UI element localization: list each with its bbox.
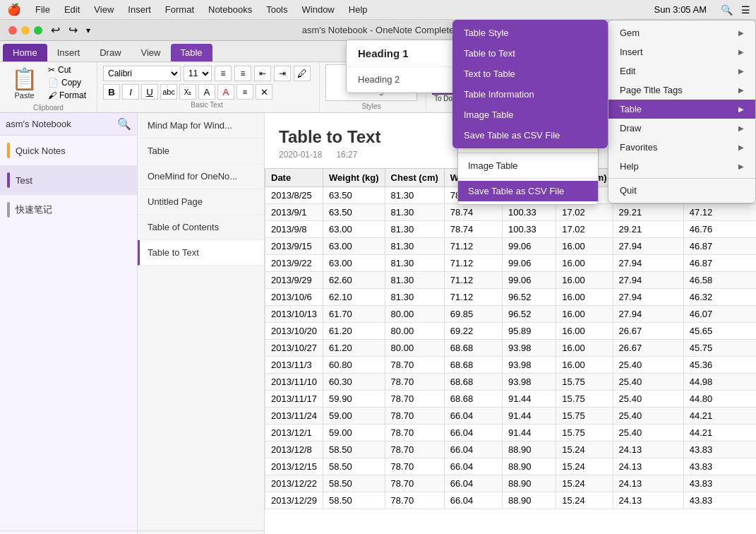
italic-button[interactable]: I: [122, 84, 139, 100]
menu-insert[interactable]: Insert: [121, 4, 158, 15]
paste-button[interactable]: 📋 Paste: [8, 64, 40, 102]
tab-draw[interactable]: Draw: [90, 44, 131, 61]
menu-table-item[interactable]: Table ▶: [608, 100, 755, 119]
font-color[interactable]: A: [217, 84, 234, 100]
table-cell: 68.68: [444, 357, 502, 374]
sidebar-search-icon[interactable]: 🔍: [117, 117, 131, 131]
tab-view[interactable]: View: [131, 44, 171, 61]
clear-format[interactable]: ✕: [256, 84, 272, 100]
align-text[interactable]: ≡: [236, 84, 253, 100]
section-quicknotes-zh[interactable]: 快速笔记: [0, 195, 137, 225]
tab-table[interactable]: Table: [171, 44, 212, 61]
table-arrow: ▶: [738, 105, 744, 113]
table-container[interactable]: DateWeight (kg)Chest (cm)Waist (cm)Hips …: [265, 168, 756, 534]
indent-right-button[interactable]: ⇥: [274, 66, 291, 81]
menu-gem[interactable]: Gem ▶: [608, 23, 755, 42]
save-csv-option[interactable]: Save Table as CSV File: [458, 181, 598, 201]
menu-help[interactable]: Help ▶: [608, 157, 755, 176]
menu-insert[interactable]: Insert ▶: [608, 42, 755, 61]
menu-file[interactable]: File: [28, 4, 57, 15]
menu-icon[interactable]: ☰: [741, 4, 750, 16]
image-table-option[interactable]: Image Table: [458, 155, 598, 176]
table-cell: 45.75: [683, 340, 756, 357]
table-cell: 43.83: [683, 441, 756, 458]
submenu-table-style[interactable]: Table Style: [452, 23, 608, 43]
format-button[interactable]: 🖌Format: [46, 90, 88, 101]
page-onemind[interactable]: OneMind for OneNo...: [138, 164, 264, 189]
menu-edit[interactable]: Edit: [57, 4, 87, 15]
highlight-button[interactable]: 🖊: [294, 66, 311, 81]
table-cell: 58.50: [323, 475, 385, 492]
highlight-yellow[interactable]: A: [198, 84, 215, 100]
close-button[interactable]: [8, 26, 17, 35]
align-button[interactable]: ≡: [234, 66, 251, 81]
page-table[interactable]: Table: [138, 138, 264, 164]
table-cell: 81.30: [385, 289, 444, 306]
apple-menu[interactable]: 🍎: [0, 3, 28, 16]
font-name-select[interactable]: Calibri: [103, 66, 181, 81]
font-size-select[interactable]: 11: [184, 66, 212, 81]
table-cell: 43.83: [683, 492, 756, 509]
menu-notebooks[interactable]: Notebooks: [201, 4, 259, 15]
table-cell: 2013/10/20: [265, 323, 323, 340]
menu-window[interactable]: Window: [295, 4, 342, 15]
copy-button[interactable]: 📄Copy: [46, 77, 88, 88]
tab-insert[interactable]: Insert: [47, 44, 90, 61]
redo-icon[interactable]: ↪: [68, 23, 78, 37]
submenu-text-to-table[interactable]: Text to Table: [452, 64, 608, 84]
dropdown-icon[interactable]: ▾: [86, 25, 90, 35]
heading-dropdown[interactable]: Heading 1 Heading 2: [346, 40, 455, 93]
table-header: Date: [265, 169, 323, 187]
menu-tools[interactable]: Tools: [259, 4, 294, 15]
menu-format[interactable]: Format: [158, 4, 201, 15]
menu-pagetitletags[interactable]: Page Title Tags ▶: [608, 81, 755, 100]
table-cell: 2013/11/17: [265, 391, 323, 408]
menu-draw[interactable]: Draw ▶: [608, 119, 755, 138]
minimize-button[interactable]: [21, 26, 30, 35]
page-table-to-text[interactable]: Table to Text: [138, 240, 264, 266]
submenu-table-to-text[interactable]: Table to Text: [452, 43, 608, 64]
menu-quit[interactable]: Quit: [608, 181, 755, 200]
page-toc[interactable]: Table of Contents: [138, 215, 264, 240]
table-row: 2013/12/159.0078.7066.0491.4415.7525.404…: [265, 425, 757, 441]
table-cell: 63.00: [323, 221, 385, 238]
table-cell: 15.24: [556, 492, 613, 509]
list-button[interactable]: ≡: [215, 66, 232, 81]
bold-button[interactable]: B: [103, 84, 120, 100]
table-cell: 16.00: [556, 289, 613, 306]
page-mindmap[interactable]: Mind Map for Wind...: [138, 113, 264, 138]
subscript-button[interactable]: X₂: [179, 84, 196, 100]
undo-icon[interactable]: ↩: [51, 23, 60, 37]
cut-button[interactable]: ✂Cut: [46, 64, 88, 76]
submenu-table-info[interactable]: Table Information: [452, 84, 608, 105]
table-cell: 96.52: [503, 306, 556, 323]
heading1-option[interactable]: Heading 1: [347, 40, 455, 67]
menu-help[interactable]: Help: [342, 4, 375, 15]
heading2-option[interactable]: Heading 2: [347, 67, 455, 93]
table-submenu[interactable]: Table Style Table to Text Text to Table …: [452, 20, 608, 148]
context-menu-main[interactable]: Gem ▶ Insert ▶ Edit ▶ Page Title Tags ▶ …: [608, 20, 756, 203]
indent-left-button[interactable]: ⇤: [254, 66, 271, 81]
strikethrough-button[interactable]: abc: [160, 84, 177, 100]
table-cell: 66.04: [444, 425, 502, 441]
page-untitled[interactable]: Untitled Page: [138, 189, 264, 215]
tab-home[interactable]: Home: [3, 44, 47, 61]
table-cell: 16.00: [556, 306, 613, 323]
underline-button[interactable]: U: [141, 84, 158, 100]
fav-arrow: ▶: [738, 143, 744, 151]
submenu-save-csv[interactable]: Save Table as CSV File: [452, 125, 608, 146]
help-arrow: ▶: [738, 162, 744, 170]
table-cell: 15.24: [556, 441, 613, 458]
menu-favorites[interactable]: Favorites ▶: [608, 138, 755, 157]
menu-edit[interactable]: Edit ▶: [608, 61, 755, 81]
section-test[interactable]: Test: [0, 165, 137, 195]
table-cell: 88.90: [503, 458, 556, 475]
table-cell: 25.40: [613, 357, 683, 374]
section-quicknotes[interactable]: Quick Notes: [0, 136, 137, 165]
maximize-button[interactable]: [34, 26, 42, 35]
submenu-image-table[interactable]: Image Table: [452, 105, 608, 125]
search-icon[interactable]: 🔍: [721, 4, 733, 16]
menu-view[interactable]: View: [87, 4, 121, 15]
table-cell: 71.12: [444, 272, 502, 289]
table-cell: 91.44: [503, 408, 556, 425]
